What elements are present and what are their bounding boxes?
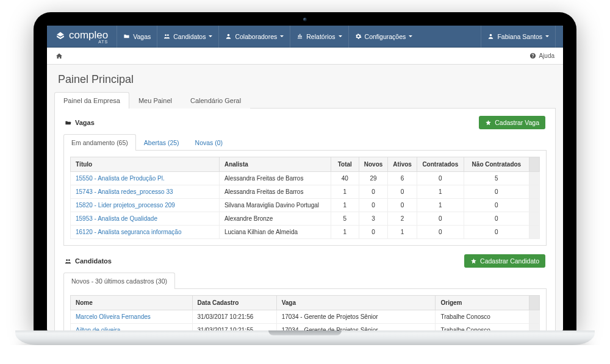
subtab-novas[interactable]: Novas (0) — [187, 134, 231, 151]
cell-novos: 3 — [359, 212, 388, 226]
cell-contratados: 1 — [417, 185, 464, 199]
cell-total: 1 — [331, 199, 359, 212]
panel-body: Vagas Cadastrar Vaga Em andamento (65) A… — [54, 109, 556, 330]
tab-painel-empresa[interactable]: Painel da Empresa — [54, 92, 129, 109]
help-link[interactable]: Ajuda — [529, 52, 554, 59]
scrollbar[interactable] — [529, 212, 540, 226]
cell-vaga: 17034 - Gerente de Projetos Sênior — [276, 324, 436, 331]
col-ativos[interactable]: Ativos — [388, 157, 417, 172]
table-row: 15953 - Analista de QualidadeAlexandre B… — [71, 212, 540, 226]
scrollbar[interactable] — [529, 185, 540, 199]
nav-configuracoes[interactable]: Configurações — [348, 26, 419, 48]
navbar: compleo ATS Vagas Candidatos Colaborador… — [47, 26, 563, 48]
help-icon — [529, 52, 536, 59]
vagas-subtabs: Em andamento (65) Abertas (25) Novas (0) — [63, 134, 547, 151]
table-row: 15820 - Lider projetos_processo 209Silva… — [71, 199, 540, 212]
vaga-link[interactable]: 15820 - Lider projetos_processo 209 — [76, 202, 175, 209]
col-nao-contratados[interactable]: Não Contratados — [464, 157, 529, 172]
gear-icon — [355, 33, 362, 40]
nav-colaboradores[interactable]: Colaboradores — [218, 26, 290, 48]
col-novos[interactable]: Novos — [359, 157, 388, 172]
vaga-link[interactable]: 15953 - Analista de Qualidade — [76, 215, 157, 222]
table-row: Ailton de oliveira31/03/2017 10:21:55170… — [71, 324, 540, 331]
cell-analista: Luciana Kilhian de Almeida — [219, 226, 331, 239]
scrollbar[interactable] — [529, 310, 540, 324]
col-titulo[interactable]: Título — [71, 157, 220, 172]
brand-logo[interactable]: compleo ATS — [54, 29, 108, 44]
main-tabs: Painel da Empresa Meu Painel Calendário … — [54, 92, 556, 109]
cell-origem: Trabalhe Conosco — [436, 324, 529, 331]
cell-novos: 29 — [359, 172, 388, 185]
scrollbar[interactable] — [529, 199, 540, 212]
cell-analista: Silvana Maraviglia Davino Portugal — [219, 199, 331, 212]
col-contratados[interactable]: Contratados — [417, 157, 464, 172]
home-icon[interactable] — [56, 52, 63, 60]
scrollbar[interactable] — [529, 172, 540, 185]
col-vaga[interactable]: Vaga — [276, 296, 436, 310]
chevron-down-icon — [209, 35, 212, 37]
folder-open-icon — [65, 120, 71, 126]
cell-total: 5 — [331, 212, 359, 226]
chart-icon — [296, 33, 303, 40]
vaga-link[interactable]: 15550 - Analista de Produção Pl. — [76, 175, 165, 182]
nav-vagas[interactable]: Vagas — [117, 26, 157, 48]
cell-ativos: 2 — [388, 212, 417, 226]
vagas-title: Vagas — [75, 119, 95, 126]
scrollbar[interactable] — [529, 296, 540, 310]
col-data[interactable]: Data Cadastro — [192, 296, 276, 310]
user-icon — [487, 33, 494, 40]
chevron-down-icon — [339, 35, 342, 37]
subtab-abertas[interactable]: Abertas (25) — [136, 134, 187, 151]
laptop-frame: compleo ATS Vagas Candidatos Colaborador… — [34, 12, 576, 345]
cell-ativos: 6 — [388, 172, 417, 185]
col-origem[interactable]: Origem — [436, 296, 529, 310]
star-icon — [485, 120, 492, 126]
cell-nao-contratados: 0 — [464, 226, 529, 239]
table-row: Marcelo Oliveira Fernandes31/03/2017 10:… — [71, 310, 540, 324]
page-title: Painel Principal — [58, 73, 552, 86]
col-nome[interactable]: Nome — [71, 296, 193, 310]
cell-nao-contratados: 0 — [464, 212, 529, 226]
nav-relatorios[interactable]: Relatórios — [290, 26, 348, 48]
vagas-table-wrap: Título Analista Total Novos Ativos Contr… — [63, 151, 547, 246]
candidatos-header: Candidatos Cadastrar Candidato — [65, 254, 545, 268]
chevron-down-icon — [280, 35, 284, 37]
user-icon — [225, 33, 232, 40]
scrollbar[interactable] — [529, 157, 540, 172]
cadastrar-candidato-button[interactable]: Cadastrar Candidato — [464, 254, 545, 268]
tab-calendario[interactable]: Calendário Geral — [181, 92, 250, 109]
nav-candidatos[interactable]: Candidatos — [157, 26, 218, 48]
tab-meu-painel[interactable]: Meu Painel — [129, 92, 181, 109]
cell-ativos: 1 — [388, 226, 417, 239]
logo-icon — [54, 30, 66, 43]
nav-user[interactable]: Fabiana Santos — [481, 26, 556, 48]
cell-total: 1 — [331, 226, 359, 239]
cell-data: 31/03/2017 10:21:55 — [192, 324, 276, 331]
cell-nao-contratados: 5 — [464, 172, 529, 185]
candidatos-subtabs: Novos - 30 últimos cadastros (30) — [63, 273, 547, 289]
users-icon — [65, 258, 71, 265]
cadastrar-vaga-button[interactable]: Cadastrar Vaga — [479, 116, 545, 129]
cell-vaga: 17034 - Gerente de Projetos Sênior — [276, 310, 436, 324]
candidatos-title: Candidatos — [75, 257, 112, 265]
cell-data: 31/03/2017 10:21:56 — [192, 310, 276, 324]
subtab-cand-novos[interactable]: Novos - 30 últimos cadastros (30) — [63, 273, 175, 289]
subtab-em-andamento[interactable]: Em andamento (65) — [63, 134, 136, 151]
cell-ativos: 0 — [388, 185, 417, 199]
scrollbar[interactable] — [529, 226, 540, 239]
col-analista[interactable]: Analista — [219, 157, 331, 172]
cell-origem: Trabalhe Conosco — [436, 310, 529, 324]
content-area: Painel Principal Painel da Empresa Meu P… — [47, 65, 563, 330]
cell-novos: 0 — [359, 226, 388, 239]
vagas-header: Vagas Cadastrar Vaga — [65, 116, 545, 129]
vaga-link[interactable]: 15743 - Analista redes_processo 33 — [76, 188, 173, 195]
candidato-link[interactable]: Marcelo Oliveira Fernandes — [76, 313, 151, 320]
vaga-link[interactable]: 16120 - Analista seguranca informação — [76, 229, 181, 235]
cell-novos: 0 — [359, 185, 388, 199]
table-row: 16120 - Analista seguranca informaçãoLuc… — [71, 226, 540, 239]
scrollbar[interactable] — [529, 324, 540, 331]
cell-novos: 0 — [359, 199, 388, 212]
laptop-base — [15, 330, 595, 345]
cell-nao-contratados: 0 — [464, 199, 529, 212]
col-total[interactable]: Total — [331, 157, 359, 172]
